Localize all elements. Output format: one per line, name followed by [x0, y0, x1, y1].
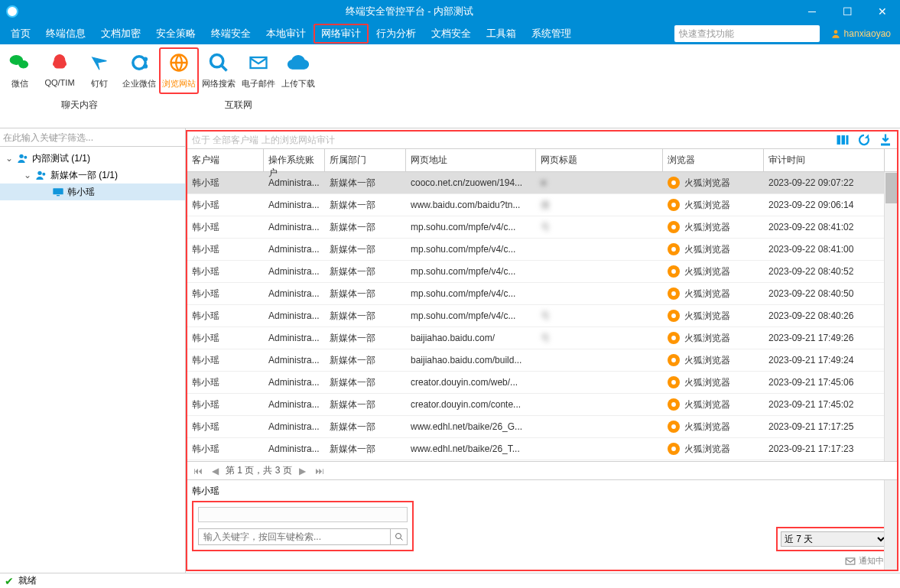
- svg-point-23: [671, 336, 676, 340]
- group-icon: [35, 169, 47, 181]
- col-dept[interactable]: 所属部门: [325, 149, 406, 171]
- firefox-icon: [668, 265, 680, 278]
- svg-point-10: [42, 173, 45, 176]
- tree-user[interactable]: 韩小瑶: [0, 184, 185, 200]
- table-row[interactable]: 韩小瑶Administra...新媒体一部creator.douyin.com/…: [187, 394, 897, 416]
- col-title[interactable]: 网页标题: [536, 149, 663, 171]
- col-url[interactable]: 网页地址: [406, 149, 536, 171]
- tree-panel: 在此输入关键字筛选... ⌄ 内部测试 (1/1) ⌄ 新媒体一部 (1/1) …: [0, 128, 186, 573]
- firefox-icon: [668, 354, 680, 366]
- svg-point-0: [833, 30, 837, 34]
- status-bar: ✔ 就绪: [0, 573, 900, 588]
- ribbon-button[interactable]: 企业微信: [119, 47, 159, 94]
- first-page-button[interactable]: ⏮: [192, 466, 204, 476]
- table-row[interactable]: 韩小瑶Administra...新媒体一部mp.sohu.com/mpfe/v4…: [187, 305, 897, 327]
- menu-item-3[interactable]: 安全策略: [148, 24, 203, 44]
- last-page-button[interactable]: ⏭: [314, 466, 326, 476]
- table-row[interactable]: 韩小瑶Administra...新媒体一部baijiahao.baidu.com…: [187, 327, 897, 349]
- ribbon-button[interactable]: 网络搜索: [199, 47, 239, 94]
- table-row[interactable]: 韩小瑶Administra...新媒体一部mp.sohu.com/mpfe/v4…: [187, 239, 897, 261]
- svg-rect-13: [837, 135, 841, 145]
- grid-header: 客户端 操作系统账户 所属部门 网页地址 网页标题 浏览器 审计时间: [187, 149, 897, 172]
- table-row[interactable]: 韩小瑶Administra...新媒体一部baijiahao.baidu.com…: [187, 349, 897, 372]
- detail-client-name: 韩小瑶: [192, 483, 892, 501]
- global-search-input[interactable]: 快速查找功能: [674, 25, 820, 42]
- next-page-button[interactable]: ▶: [297, 466, 309, 476]
- svg-point-28: [671, 447, 676, 451]
- menu-item-2[interactable]: 文档加密: [93, 24, 148, 44]
- col-client[interactable]: 客户端: [187, 149, 264, 171]
- keyword-search-button[interactable]: [391, 528, 408, 545]
- menu-item-6[interactable]: 网络审计: [314, 24, 369, 44]
- detail-field[interactable]: [198, 507, 408, 522]
- chevron-down-icon[interactable]: ⌄: [5, 153, 14, 164]
- content-area: 位于 全部客户端 上的浏览网站审计 客户端 操作系统账户 所属部门 网页地址 网…: [186, 130, 898, 571]
- svg-point-21: [671, 291, 676, 296]
- detail-panel: 韩小瑶 近 7 天 通知中心: [187, 479, 897, 570]
- firefox-icon: [668, 398, 680, 411]
- maximize-button[interactable]: ☐: [830, 0, 865, 23]
- date-range-select[interactable]: 近 7 天: [781, 531, 888, 547]
- table-row[interactable]: 韩小瑶Administra...新媒体一部mp.sohu.com/mpfe/v4…: [187, 261, 897, 283]
- table-row[interactable]: 韩小瑶Administra...新媒体一部www.edhl.net/baike/…: [187, 416, 897, 438]
- svg-rect-11: [53, 188, 63, 194]
- menu-item-4[interactable]: 终端安全: [203, 24, 258, 44]
- table-row[interactable]: 韩小瑶Administra...新媒体一部creator.douyin.com/…: [187, 372, 897, 394]
- ribbon-icon: [49, 52, 70, 73]
- table-row[interactable]: 韩小瑶Administra...新媒体一部www.edhl.net/baike/…: [187, 438, 897, 460]
- menu-item-5[interactable]: 本地审计: [258, 24, 314, 44]
- column-settings-icon[interactable]: [836, 133, 850, 147]
- ribbon-button[interactable]: 钉钉: [80, 47, 119, 94]
- grid-scrollbar[interactable]: [884, 172, 897, 461]
- close-button[interactable]: ✕: [865, 0, 900, 23]
- ribbon-icon: [288, 52, 309, 73]
- table-row[interactable]: 韩小瑶Administra...新媒体一部mp.sohu.com/mpfe/v4…: [187, 216, 897, 239]
- table-row[interactable]: 韩小瑶Administra...新媒体一部cooco.net.cn/zuowen…: [187, 172, 897, 194]
- col-account[interactable]: 操作系统账户: [264, 149, 325, 171]
- group-icon: [17, 152, 29, 164]
- menu-item-1[interactable]: 终端信息: [38, 24, 93, 44]
- col-time[interactable]: 审计时间: [764, 149, 885, 171]
- export-icon[interactable]: [879, 133, 892, 147]
- svg-point-2: [144, 57, 148, 61]
- tree-root[interactable]: ⌄ 内部测试 (1/1): [0, 150, 185, 167]
- org-tree: ⌄ 内部测试 (1/1) ⌄ 新媒体一部 (1/1) 韩小瑶: [0, 147, 185, 203]
- table-row[interactable]: 韩小瑶Administra...新媒体一部mp.sohu.com/mpfe/v4…: [187, 283, 897, 305]
- ribbon-icon: [9, 52, 31, 73]
- tree-filter-input[interactable]: 在此输入关键字筛选...: [0, 128, 185, 147]
- detail-search-box: [192, 501, 414, 551]
- menu-item-9[interactable]: 工具箱: [479, 24, 524, 44]
- refresh-icon[interactable]: [857, 133, 871, 147]
- menu-item-8[interactable]: 文档安全: [424, 24, 479, 44]
- svg-point-27: [671, 424, 676, 429]
- menu-item-7[interactable]: 行为分析: [369, 24, 424, 44]
- ribbon-button[interactable]: 微信: [0, 47, 40, 94]
- page-info: 第 1 页，共 3 页: [226, 464, 292, 477]
- user-badge[interactable]: hanxiaoyao: [824, 28, 897, 39]
- svg-point-29: [395, 534, 401, 539]
- chevron-down-icon[interactable]: ⌄: [23, 170, 32, 180]
- detail-scrollbar[interactable]: [884, 480, 897, 570]
- firefox-icon: [668, 243, 680, 255]
- svg-rect-14: [842, 135, 846, 145]
- col-browser[interactable]: 浏览器: [663, 149, 764, 171]
- ribbon: 微信QQ/TIM钉钉企业微信 聊天内容 浏览网站网络搜索电子邮件上传下载 互联网: [0, 44, 900, 128]
- ribbon-icon: [208, 52, 229, 73]
- svg-point-24: [671, 358, 676, 362]
- prev-page-button[interactable]: ◀: [209, 466, 221, 476]
- ribbon-button[interactable]: QQ/TIM: [40, 47, 80, 94]
- svg-point-3: [144, 64, 148, 68]
- tree-dept[interactable]: ⌄ 新媒体一部 (1/1): [0, 167, 185, 184]
- ribbon-group-internet: 浏览网站网络搜索电子邮件上传下载 互联网: [159, 47, 318, 128]
- menu-item-0[interactable]: 首页: [3, 24, 38, 44]
- svg-rect-12: [57, 195, 60, 196]
- ribbon-button[interactable]: 上传下载: [278, 47, 318, 94]
- table-row[interactable]: 韩小瑶Administra...新媒体一部www.baidu.com/baidu…: [187, 194, 897, 216]
- svg-rect-15: [846, 135, 849, 145]
- ribbon-button[interactable]: 浏览网站: [159, 47, 199, 94]
- ribbon-button[interactable]: 电子邮件: [239, 47, 278, 94]
- menu-item-10[interactable]: 系统管理: [524, 24, 579, 44]
- svg-point-5: [211, 55, 223, 67]
- keyword-search-input[interactable]: [198, 528, 391, 545]
- minimize-button[interactable]: ─: [794, 0, 830, 23]
